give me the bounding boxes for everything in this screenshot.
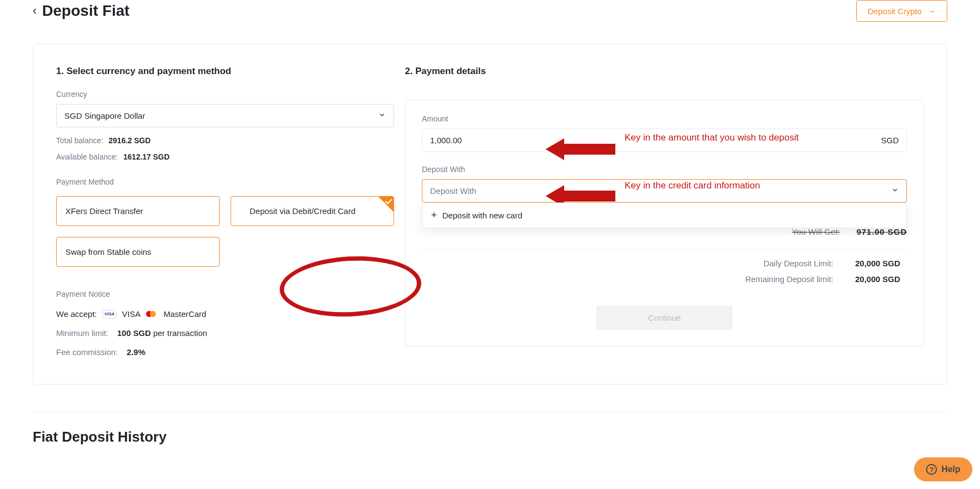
we-accept-row: We accept: VISA VISA MasterCard (56, 309, 405, 319)
amount-suffix: SGD (881, 136, 899, 145)
chevron-down-icon (378, 111, 386, 120)
deposit-crypto-button[interactable]: Deposit Crypto → (856, 0, 947, 22)
remaining-limit-value: 20,000 SGD (855, 274, 907, 284)
deposit-with-dropdown: + Deposit with new card (422, 203, 907, 228)
fee-value: 2.9% (127, 347, 146, 357)
deposit-with-select[interactable]: Deposit With (422, 179, 907, 203)
you-will-get-label: You Will Get: (792, 227, 840, 236)
currency-label: Currency (56, 90, 405, 99)
page-title: Deposit Fiat (42, 2, 129, 20)
min-limit-row: Minimum limit: 100 SGD per transaction (56, 328, 405, 338)
divider (422, 249, 907, 250)
payment-notice-title: Payment Notice (56, 290, 405, 298)
plus-icon: + (431, 210, 437, 220)
visa-icon: VISA (102, 310, 117, 319)
page-title-wrap: ‹ Deposit Fiat (33, 2, 130, 20)
continue-button[interactable]: Continue (596, 305, 733, 330)
deposit-new-card-label: Deposit with new card (443, 211, 523, 220)
daily-limit-value: 20,000 SGD (855, 259, 907, 268)
amount-input[interactable] (430, 136, 881, 145)
pm-xfers-label: XFers Direct Transfer (65, 206, 143, 216)
currency-select[interactable]: SGD Singapore Dollar (56, 104, 394, 127)
remaining-limit-label: Remaining Deposit limit: (745, 274, 833, 284)
chevron-down-icon (891, 186, 899, 195)
help-label: Help (941, 464, 960, 474)
deposit-card: 1. Select currency and payment method Cu… (33, 44, 947, 384)
help-button[interactable]: ? Help (914, 457, 972, 481)
deposit-new-card-item[interactable]: + Deposit with new card (431, 210, 898, 220)
back-chevron-icon[interactable]: ‹ (33, 4, 37, 18)
deposit-crypto-label: Deposit Crypto (868, 7, 922, 16)
currency-method-section: 1. Select currency and payment method Cu… (56, 66, 405, 357)
currency-value: SGD Singapore Dollar (64, 111, 145, 120)
pm-credit-card[interactable]: Deposit via Debit/Credit Card (231, 196, 394, 226)
pm-xfers[interactable]: XFers Direct Transfer (56, 196, 220, 226)
fee-row: Fee commission: 2.9% (56, 347, 405, 357)
total-balance-value: 2916.2 SGD (108, 136, 150, 145)
available-balance-row: Available balance: 1612.17 SGD (56, 152, 405, 161)
deposit-with-label: Deposit With (422, 165, 907, 174)
pm-swap-stable-label: Swap from Stable coins (65, 247, 152, 256)
amount-label: Amount (422, 114, 907, 123)
amount-input-wrap[interactable]: SGD (422, 129, 907, 152)
min-limit-label: Minimum limit: (56, 328, 108, 338)
mastercard-icon (146, 310, 158, 319)
total-balance-label: Total balance: (56, 136, 103, 145)
remaining-limit-row: Remaining Deposit limit: 20,000 SGD (422, 274, 907, 284)
history-title: Fiat Deposit History (33, 429, 947, 445)
payment-method-label: Payment Method (56, 178, 405, 186)
daily-limit-label: Daily Deposit Limit: (764, 259, 833, 268)
available-balance-label: Available balance: (56, 152, 118, 161)
payment-details-box: Amount SGD Deposit With Deposit With + D… (405, 100, 924, 347)
mastercard-text: MasterCard (164, 309, 206, 319)
pm-credit-card-label: Deposit via Debit/Credit Card (240, 206, 355, 216)
payment-details-section: 2. Payment details Amount SGD Deposit Wi… (405, 66, 924, 357)
help-icon: ? (926, 464, 937, 475)
you-will-get-value: 971.00 SGD (856, 227, 907, 236)
min-limit-value: 100 SGD (117, 328, 151, 338)
pm-swap-stable[interactable]: Swap from Stable coins (56, 237, 220, 267)
visa-text: VISA (122, 309, 141, 319)
deposit-with-placeholder: Deposit With (430, 186, 476, 195)
daily-limit-row: Daily Deposit Limit: 20,000 SGD (422, 259, 907, 268)
available-balance-value: 1612.17 SGD (123, 152, 170, 161)
section-divider (33, 412, 947, 412)
section-2-title: 2. Payment details (405, 66, 924, 77)
total-balance-row: Total balance: 2916.2 SGD (56, 136, 405, 145)
section-1-title: 1. Select currency and payment method (56, 66, 405, 77)
fee-label: Fee commission: (56, 347, 118, 357)
you-will-get-row: You Will Get: 971.00 SGD (422, 227, 907, 236)
selected-check-icon (378, 197, 394, 212)
we-accept-label: We accept: (56, 309, 97, 319)
per-transaction: per transaction (153, 328, 207, 338)
arrow-right-icon: → (927, 7, 936, 16)
